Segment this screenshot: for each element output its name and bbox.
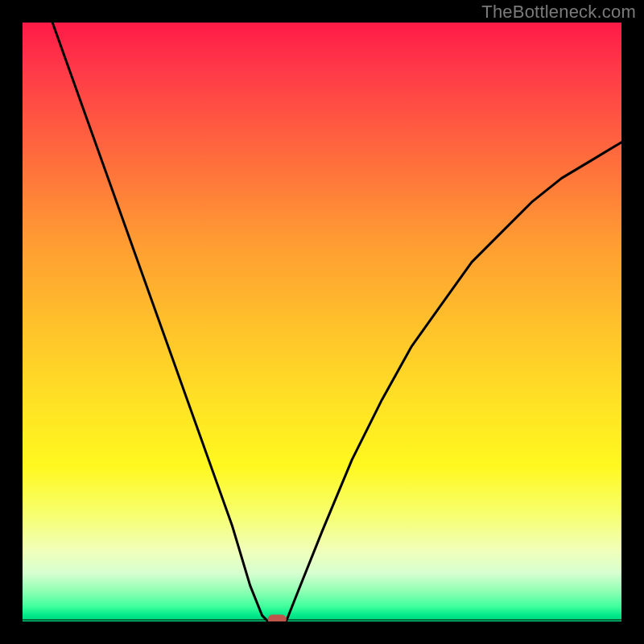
watermark-text: TheBottleneck.com: [481, 2, 636, 23]
right-branch-curve: [286, 142, 621, 621]
left-branch-curve: [52, 23, 268, 621]
plot-area: [23, 23, 621, 621]
minimum-marker: [268, 615, 286, 621]
chart-frame: TheBottleneck.com: [0, 0, 644, 644]
curve-layer: [23, 23, 621, 621]
